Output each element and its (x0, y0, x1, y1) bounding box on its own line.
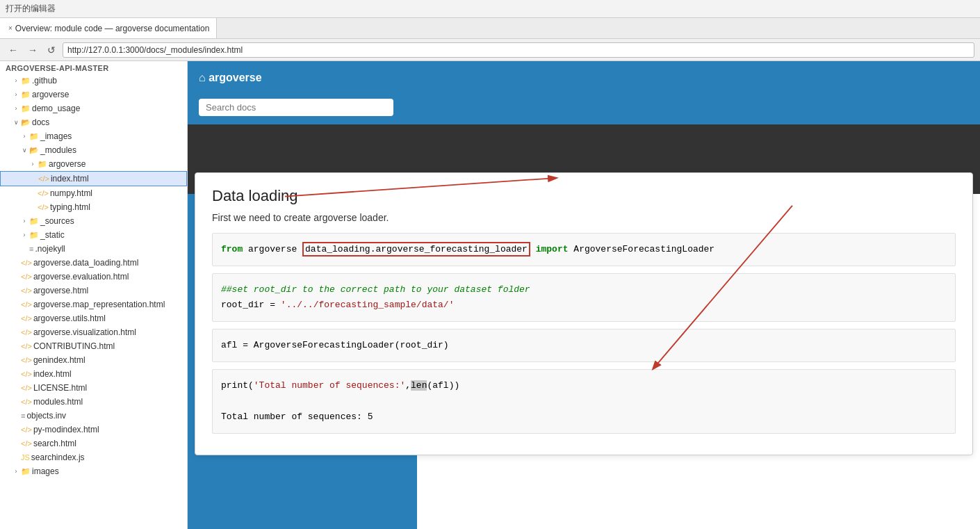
sidebar-item-github[interactable]: › 📁 .github (0, 74, 187, 88)
sidebar-item-docs[interactable]: ∨ 📂 docs (0, 115, 187, 129)
caret-static: › (19, 229, 29, 241)
code-block-3: afl = ArgoverseForecastingLoader(root_di… (212, 329, 956, 362)
doc-intro: First we need to create argoverse loader… (212, 212, 956, 223)
sidebar-item-sources[interactable]: › 📁 _sources (0, 214, 187, 228)
html-icon-pymod: </> (21, 423, 32, 436)
search-input[interactable] (199, 99, 393, 116)
site-nav-bar: ⌂ argoverse (188, 61, 980, 95)
folder-icon-images-f: 📁 (21, 465, 31, 478)
sidebar-item-static[interactable]: › 📁 _static (0, 228, 187, 242)
label-images: _images (40, 130, 72, 143)
tab-close-icon[interactable]: × (8, 24, 13, 32)
label-contrib: CONTRIBUTING.html (33, 340, 115, 352)
editor-top-bar: 打开的编辑器 (0, 0, 980, 18)
html-icon-license: </> (21, 382, 32, 394)
sidebar-item-data-loading[interactable]: </> argoverse.data_loading.html (0, 256, 187, 270)
label-index2: index.html (33, 368, 72, 380)
code-output: Total number of sequences: 5 (221, 412, 373, 422)
label-license: LICENSE.html (33, 382, 87, 394)
label-data-loading: argoverse.data_loading.html (33, 257, 138, 269)
folder-icon-static: 📁 (29, 229, 39, 241)
sidebar-item-index2[interactable]: </> index.html (0, 367, 187, 381)
label-av-html: argoverse.html (33, 284, 88, 297)
sidebar-item-typing[interactable]: </> typing.html (0, 200, 187, 214)
sidebar-item-license[interactable]: </> LICENSE.html (0, 381, 187, 395)
sidebar-item-modules[interactable]: ∨ 📂 _modules (0, 143, 187, 157)
label-genindex: genindex.html (33, 354, 85, 366)
caret-docs: ∨ (11, 116, 21, 129)
label-argoverse-sub: argoverse (49, 158, 85, 170)
html-icon-search: </> (21, 437, 32, 450)
html-icon-data-loading: </> (21, 257, 32, 269)
label-argoverse: argoverse (32, 88, 69, 101)
html-icon-contrib: </> (21, 340, 32, 352)
file-icon-nojekyll: ≡ (29, 243, 33, 255)
active-tab[interactable]: × Overview: module code — argoverse docu… (0, 18, 217, 38)
url-bar[interactable] (63, 42, 974, 58)
code-print-line: print('Total number of sequences:',len(a… (221, 380, 459, 391)
browser-panel: ⌂ argoverse Docs » Overview: m (188, 61, 980, 529)
sidebar-item-search[interactable]: </> search.html (0, 437, 187, 450)
folder-icon-argoverse: 📁 (21, 88, 31, 101)
sidebar-item-contrib[interactable]: </> CONTRIBUTING.html (0, 339, 187, 353)
sidebar-item-images[interactable]: › 📁 _images (0, 129, 187, 143)
site-title: argoverse (209, 72, 262, 84)
label-eval: argoverse.evaluation.html (33, 270, 129, 283)
label-numpy: numpy.html (50, 187, 92, 200)
caret-argoverse-sub: › (28, 158, 38, 170)
label-viz: argoverse.visualization.html (33, 326, 136, 339)
label-index-html: index.html (51, 172, 89, 185)
sidebar-item-demo[interactable]: › 📁 demo_usage (0, 101, 187, 115)
doc-overlay-panel: Data loading First we need to create arg… (195, 172, 973, 455)
folder-icon-modules: 📂 (29, 144, 39, 156)
browser-nav-bar: ← → ↺ (0, 39, 980, 61)
sidebar-item-argoverse-html[interactable]: </> argoverse.html (0, 284, 187, 298)
sidebar-item-pymod[interactable]: </> py-modindex.html (0, 423, 187, 437)
folder-icon-images: 📁 (29, 130, 39, 143)
kw-from: from (221, 244, 243, 254)
html-icon-genindex: </> (21, 354, 32, 366)
editor-title: 打开的编辑器 (6, 3, 56, 15)
folder-icon-argoverse-sub: 📁 (38, 158, 47, 170)
back-button[interactable]: ← (6, 43, 21, 57)
code-comment: ##set root_dir to the correct path to yo… (221, 284, 530, 295)
label-typing: typing.html (50, 201, 90, 213)
forward-button[interactable]: → (25, 43, 40, 57)
js-icon-searchindex: JS (21, 451, 30, 464)
txt-icon-objects: ≡ (21, 409, 25, 422)
html-icon-eval: </> (21, 270, 32, 283)
sidebar-item-argoverse-sub[interactable]: › 📁 argoverse (0, 157, 187, 171)
sidebar-item-modules-html[interactable]: </> modules.html (0, 395, 187, 409)
sidebar-item-numpy[interactable]: </> numpy.html (0, 186, 187, 200)
folder-icon-demo: 📁 (21, 102, 31, 115)
sidebar-item-argoverse[interactable]: › 📁 argoverse (0, 88, 187, 101)
sidebar-item-evaluation[interactable]: </> argoverse.evaluation.html (0, 270, 187, 284)
root-label: ARGOVERSE-API-MASTER (0, 61, 187, 74)
sidebar-item-objects-inv[interactable]: ≡ objects.inv (0, 409, 187, 423)
label-map: argoverse.map_representation.html (33, 298, 165, 311)
sidebar-item-map[interactable]: </> argoverse.map_representation.html (0, 298, 187, 311)
label-pymod: py-modindex.html (33, 423, 99, 436)
tab-strip: × Overview: module code — argoverse docu… (0, 18, 980, 39)
sidebar-item-genindex[interactable]: </> genindex.html (0, 353, 187, 367)
html-icon-av: </> (21, 284, 32, 297)
sidebar-item-index-html[interactable]: </> index.html (0, 171, 187, 186)
label-modules-html: modules.html (33, 396, 83, 408)
caret-images: › (19, 130, 29, 143)
sidebar-item-viz[interactable]: </> argoverse.visualization.html (0, 325, 187, 339)
folder-icon-docs: 📂 (21, 116, 31, 129)
caret-images-folder: › (11, 465, 21, 478)
html-icon-modules: </> (21, 396, 32, 408)
html-icon-index: </> (38, 172, 49, 185)
highlighted-module-span: data_loading.argoverse_forecasting_loade… (302, 242, 530, 257)
sidebar-item-searchindex[interactable]: JS searchindex.js (0, 450, 187, 464)
label-objects-inv: objects.inv (26, 409, 66, 422)
sidebar-item-nojekyll[interactable]: ≡ .nojekyll (0, 242, 187, 256)
code-block-1: from argoverse data_loading.argoverse_fo… (212, 233, 956, 266)
label-utils: argoverse.utils.html (33, 312, 106, 325)
refresh-button[interactable]: ↺ (44, 43, 58, 57)
html-icon-typing: </> (38, 201, 49, 213)
folder-icon-sources: 📁 (29, 215, 39, 227)
sidebar-item-utils[interactable]: </> argoverse.utils.html (0, 311, 187, 325)
sidebar-item-images-folder[interactable]: › 📁 images (0, 464, 187, 478)
